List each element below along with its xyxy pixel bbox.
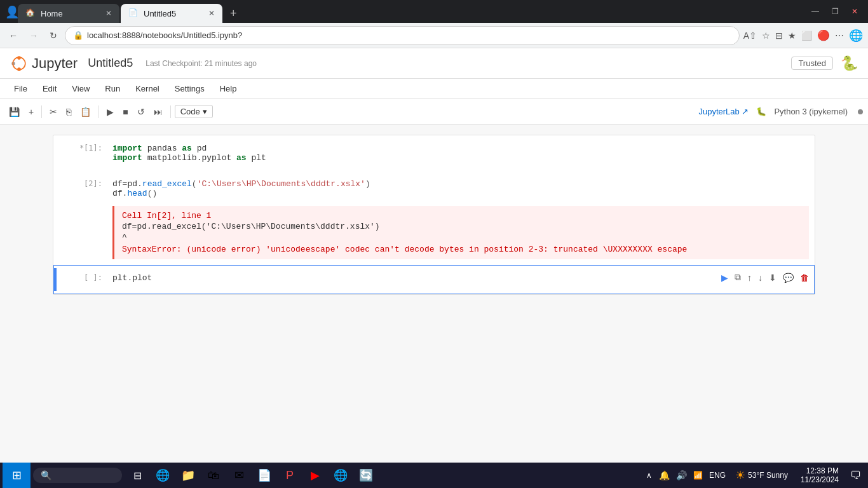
toolbar-separator-3 <box>170 105 171 118</box>
taskbar-store[interactable]: 🛍 <box>201 463 226 488</box>
close-button[interactable]: ✕ <box>846 4 863 18</box>
cell-comment-button[interactable]: 💬 <box>780 271 796 284</box>
tab-notebook-favicon: 📄 <box>128 8 139 18</box>
more-button[interactable]: ⋯ <box>835 30 844 41</box>
split-icon[interactable]: ⊟ <box>775 30 783 41</box>
taskbar-explorer[interactable]: 📁 <box>175 463 201 488</box>
restart-run-button[interactable]: ⏭ <box>150 104 166 119</box>
error-output: Cell In[2], line 1 df=pd.read_excel('C:\… <box>112 206 809 259</box>
cell-download-button[interactable]: ⬇ <box>766 271 779 284</box>
add-cell-button[interactable]: + <box>25 104 37 119</box>
tab-home-favicon: 🏠 <box>25 8 36 18</box>
maximize-button[interactable]: ❐ <box>827 4 844 18</box>
taskbar-youtube[interactable]: ▶ <box>302 463 328 488</box>
cell-2-input[interactable]: df=pd.read_excel('C:\Users\HP\Documents\… <box>107 174 814 203</box>
kernel-indicator <box>858 109 863 114</box>
menu-run[interactable]: Run <box>98 81 126 96</box>
tab-notebook-close[interactable]: ✕ <box>208 9 215 18</box>
collections-icon[interactable]: ⬜ <box>801 30 812 41</box>
reload-button[interactable]: ↻ <box>46 28 61 43</box>
forward-button[interactable]: → <box>25 28 42 43</box>
trusted-button[interactable]: Trusted <box>791 57 833 70</box>
address-bar: ← → ↻ 🔒 localhost:8888/notebooks/Untitle… <box>0 23 868 48</box>
save-button[interactable]: 💾 <box>5 104 24 119</box>
weather-widget[interactable]: ☀ 53°F Sunny <box>730 468 793 482</box>
clock-time: 12:38 PM <box>801 466 839 475</box>
taskbar-search[interactable]: 🔍 <box>33 468 122 483</box>
menu-help[interactable]: Help <box>214 81 243 96</box>
cell-2-line-2: df.head() <box>112 189 809 198</box>
menu-settings[interactable]: Settings <box>168 81 211 96</box>
cell-3-input[interactable]: plt.plot <box>107 268 716 291</box>
menu-kernel[interactable]: Kernel <box>129 81 166 96</box>
minimize-button[interactable]: — <box>806 4 824 18</box>
checkpoint-info: Last Checkpoint: 21 minutes ago <box>146 59 257 68</box>
cell-3-body[interactable]: plt.plot ▶ ⧉ ↑ ↓ ⬇ 💬 🗑 <box>107 268 814 291</box>
cell-1-input[interactable]: import pandas as pd import matplotlib.py… <box>107 139 814 168</box>
cell-delete-button[interactable]: 🗑 <box>797 271 811 284</box>
restart-button[interactable]: ↺ <box>133 104 149 119</box>
taskbar: ⊞ 🔍 ⊟ 🌐 📁 🛍 ✉ 📄 P ▶ 🌐 🔄 ∧ 🔔 🔊 📶 ENG <box>0 463 868 488</box>
volume-icon[interactable]: 🔊 <box>674 470 689 480</box>
reading-mode-icon[interactable]: A⇧ <box>743 30 757 41</box>
system-tray-expand[interactable]: ∧ <box>644 471 654 480</box>
cell-2-body[interactable]: df=pd.read_excel('C:\Users\HP\Documents\… <box>107 174 814 262</box>
cell-1-body[interactable]: import pandas as pd import matplotlib.py… <box>107 139 814 168</box>
menu-file[interactable]: File <box>8 81 34 96</box>
cell-move-down-button[interactable]: ↓ <box>756 271 765 284</box>
tab-notebook[interactable]: 📄 Untitled5 ✕ <box>121 4 222 23</box>
error-message: SyntaxError: (unicode error) 'unicodeesc… <box>122 245 801 254</box>
language-indicator: ENG <box>707 471 728 480</box>
taskbar-chrome[interactable]: 🌐 <box>328 463 353 488</box>
taskbar-edge[interactable]: 🌐 <box>150 463 175 488</box>
taskbar-pdf[interactable]: P <box>277 463 302 488</box>
jupyterlab-link[interactable]: JupyterLab ↗ <box>698 107 749 116</box>
clock[interactable]: 12:38 PM 11/23/2024 <box>796 466 844 484</box>
tab-home-close[interactable]: ✕ <box>105 9 112 18</box>
header-right: Trusted 🐍 <box>791 55 858 72</box>
tab-bar: 🏠 Home ✕ 📄 Untitled5 ✕ + <box>18 0 801 23</box>
network-icon[interactable]: 📶 <box>691 471 705 480</box>
start-button[interactable]: ⊞ <box>3 463 31 488</box>
kernel-debug-icon[interactable]: 🐛 <box>756 107 766 116</box>
error-traceback-header: Cell In[2], line 1 <box>122 211 801 220</box>
copy-button[interactable]: ⎘ <box>62 104 75 119</box>
taskbar-mail[interactable]: ✉ <box>226 463 252 488</box>
cell-copy-button[interactable]: ⧉ <box>732 271 743 284</box>
cell-move-up-button[interactable]: ↑ <box>745 271 754 284</box>
window-controls: — ❐ ✕ <box>806 4 863 18</box>
menu-edit[interactable]: Edit <box>36 81 63 96</box>
bookmark-icon[interactable]: ☆ <box>762 30 770 41</box>
weather-text: 53°F Sunny <box>748 471 788 480</box>
edge-logo: 🌐 <box>849 29 863 43</box>
cell-2-prompt: [2]: <box>57 174 107 262</box>
cell-type-label: Code <box>180 107 200 116</box>
notebook-title[interactable]: Untitled5 <box>88 57 133 70</box>
cut-button[interactable]: ✂ <box>46 104 61 119</box>
back-button[interactable]: ← <box>5 28 22 43</box>
kernel-status-text: Python 3 (ipykernel) <box>774 107 848 116</box>
cell-run-button[interactable]: ▶ <box>719 271 731 284</box>
tab-home[interactable]: 🏠 Home ✕ <box>18 4 119 23</box>
taskbar-jupyter[interactable]: 🔄 <box>353 463 379 488</box>
tab-notebook-label: Untitled5 <box>144 9 203 18</box>
url-bar[interactable]: 🔒 localhost:8888/notebooks/Untitled5.ipy… <box>65 26 740 45</box>
menu-view[interactable]: View <box>65 81 96 96</box>
profile-icon[interactable]: 👤 <box>5 5 18 18</box>
taskbar-notes[interactable]: 📄 <box>252 463 277 488</box>
jupyter-logo: Jupyter <box>10 55 78 72</box>
notification-center[interactable]: 🗨 <box>846 469 865 482</box>
stop-button[interactable]: ■ <box>119 104 132 119</box>
cell-1-prompt: *[1]: <box>57 139 107 168</box>
favorites-icon[interactable]: ★ <box>788 30 796 41</box>
cell-type-select[interactable]: Code ▾ <box>175 105 213 118</box>
run-button[interactable]: ▶ <box>103 104 118 119</box>
jupyter-logo-img <box>10 55 28 72</box>
new-tab-button[interactable]: + <box>227 4 240 23</box>
paste-button[interactable]: 📋 <box>76 104 95 119</box>
title-bar: 👤 🏠 Home ✕ 📄 Untitled5 ✕ + — ❐ ✕ <box>0 0 868 23</box>
error-traceback-code: df=pd.read_excel('C:\Users\HP\Documents\… <box>122 222 801 231</box>
taskbar-task-view[interactable]: ⊟ <box>125 463 150 488</box>
browser-controls: 👤 <box>5 5 18 18</box>
notification-bell[interactable]: 🔔 <box>657 470 672 480</box>
